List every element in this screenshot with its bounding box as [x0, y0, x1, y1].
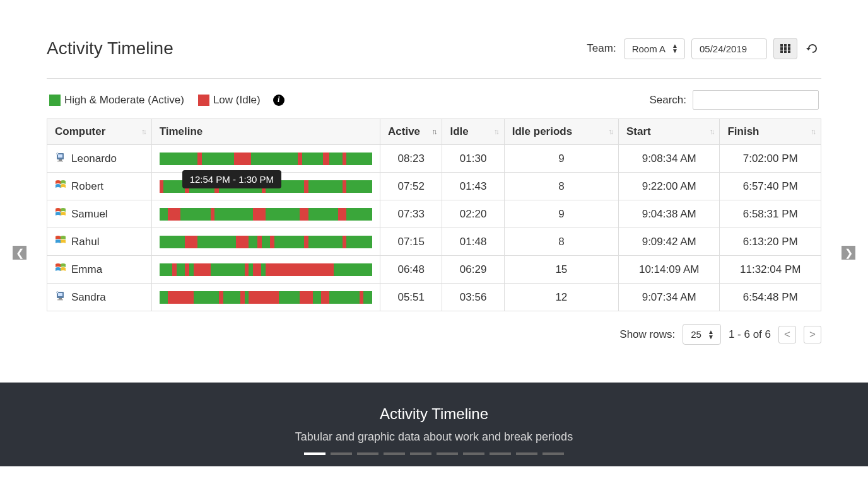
active-segment	[346, 153, 372, 165]
show-rows-select[interactable]: 25 ▲▼	[683, 324, 721, 345]
windows-icon	[55, 234, 66, 249]
mac-icon	[55, 290, 66, 304]
active-segment	[308, 180, 343, 193]
search-input[interactable]	[693, 90, 819, 110]
timeline-bar[interactable]	[160, 153, 372, 165]
carousel-dot[interactable]	[490, 452, 511, 455]
svg-rect-5	[788, 47, 790, 50]
svg-rect-1	[784, 44, 787, 47]
timeline-bar[interactable]	[160, 208, 372, 221]
active-segment	[177, 263, 185, 276]
legend-swatch-active	[49, 95, 61, 106]
active-segment	[160, 153, 198, 165]
idle-segment	[266, 263, 334, 276]
col-header-idle-periods[interactable]: Idle periods↑↓	[504, 119, 618, 145]
cell-idle: 01:30	[442, 145, 504, 173]
col-header-finish[interactable]: Finish↑↓	[720, 119, 821, 145]
cell-idle: 02:20	[442, 200, 504, 228]
computer-name: Rahul	[71, 236, 99, 248]
idle-segment	[321, 291, 329, 304]
carousel-dot[interactable]	[437, 452, 458, 455]
table-row: Sandra05:5103:56129:07:34 AM6:54:48 PM	[47, 284, 821, 311]
idle-segment	[304, 180, 308, 193]
windows-icon	[55, 262, 66, 277]
mac-icon	[55, 151, 66, 166]
cell-idle: 06:29	[442, 256, 504, 284]
computer-name: Emma	[71, 263, 102, 276]
carousel-dot[interactable]	[542, 452, 564, 455]
cell-finish: 11:32:04 PM	[720, 256, 821, 284]
col-header-timeline[interactable]: Timeline	[151, 119, 380, 145]
timeline-bar[interactable]	[160, 291, 372, 304]
col-header-start[interactable]: Start↑↓	[618, 119, 719, 145]
chevron-updown-icon: ▲▼	[672, 43, 678, 54]
active-segment	[160, 291, 168, 304]
svg-rect-0	[780, 44, 783, 47]
cell-idle: 01:43	[442, 173, 504, 200]
carousel-dot[interactable]	[410, 452, 431, 455]
cell-start: 9:04:38 AM	[618, 200, 719, 228]
active-segment	[249, 263, 253, 276]
idle-segment	[236, 236, 249, 248]
svg-rect-7	[784, 50, 787, 53]
date-input[interactable]: 05/24/2019	[691, 38, 767, 59]
show-rows-label: Show rows:	[619, 328, 675, 341]
col-header-idle[interactable]: Idle↑↓	[442, 119, 504, 145]
timeline-bar[interactable]	[160, 236, 372, 248]
grid-icon	[780, 44, 790, 53]
active-segment	[363, 291, 372, 304]
col-header-computer[interactable]: Computer↑↓	[47, 119, 152, 145]
table-row: Emma06:4806:291510:14:09 AM11:32:04 PM	[47, 256, 821, 284]
pager-next-button[interactable]: >	[804, 326, 821, 343]
cell-finish: 6:54:48 PM	[720, 284, 821, 311]
active-segment	[346, 236, 372, 248]
team-select[interactable]: Room A ▲▼	[624, 38, 685, 59]
sort-icon: ↑↓	[494, 127, 498, 136]
carousel-dot[interactable]	[384, 452, 405, 455]
idle-segment	[194, 263, 211, 276]
carousel-dot[interactable]	[331, 452, 352, 455]
idle-segment	[168, 291, 193, 304]
windows-icon	[55, 207, 66, 221]
col-header-active[interactable]: Active↑↓	[380, 119, 442, 145]
carousel-dot[interactable]	[304, 452, 326, 455]
active-segment	[245, 291, 249, 304]
carousel-dot[interactable]	[357, 452, 378, 455]
grid-view-button[interactable]	[773, 38, 797, 59]
idle-segment	[298, 153, 302, 165]
cell-active: 06:48	[380, 256, 442, 284]
team-select-value: Room A	[632, 43, 666, 54]
page-title: Activity Timeline	[47, 38, 173, 59]
carousel-dot[interactable]	[463, 452, 484, 455]
svg-rect-3	[780, 47, 783, 50]
legend-active-label: High & Moderate (Active)	[64, 94, 184, 107]
cell-active: 05:51	[380, 284, 442, 311]
active-segment	[261, 263, 266, 276]
header-controls: Team: Room A ▲▼ 05/24/2019	[587, 38, 821, 59]
active-segment	[279, 291, 300, 304]
active-segment	[346, 180, 372, 193]
cell-start: 9:09:42 AM	[618, 228, 719, 256]
carousel-dot[interactable]	[516, 452, 537, 455]
svg-rect-6	[780, 50, 783, 53]
idle-segment	[360, 291, 364, 304]
refresh-button[interactable]	[804, 38, 821, 59]
active-segment	[160, 208, 168, 221]
idle-segment	[343, 236, 347, 248]
search-label: Search:	[649, 94, 686, 107]
timeline-bar[interactable]	[160, 263, 372, 276]
cell-idle_periods: 9	[504, 200, 618, 228]
active-segment	[329, 153, 342, 165]
activity-table: Computer↑↓ Timeline Active↑↓ Idle↑↓ Idle…	[47, 118, 821, 311]
cell-finish: 7:02:00 PM	[720, 145, 821, 173]
info-icon[interactable]: i	[273, 95, 284, 106]
active-segment	[334, 263, 372, 276]
legend-idle-label: Low (Idle)	[213, 94, 261, 107]
idle-segment	[253, 263, 261, 276]
active-segment	[211, 263, 245, 276]
table-row: Leonardo08:2301:3099:08:34 AM7:02:00 PM	[47, 145, 821, 173]
pager-prev-button[interactable]: <	[778, 326, 796, 343]
idle-segment	[219, 291, 223, 304]
computer-name: Samuel	[71, 208, 108, 221]
cell-idle: 03:56	[442, 284, 504, 311]
